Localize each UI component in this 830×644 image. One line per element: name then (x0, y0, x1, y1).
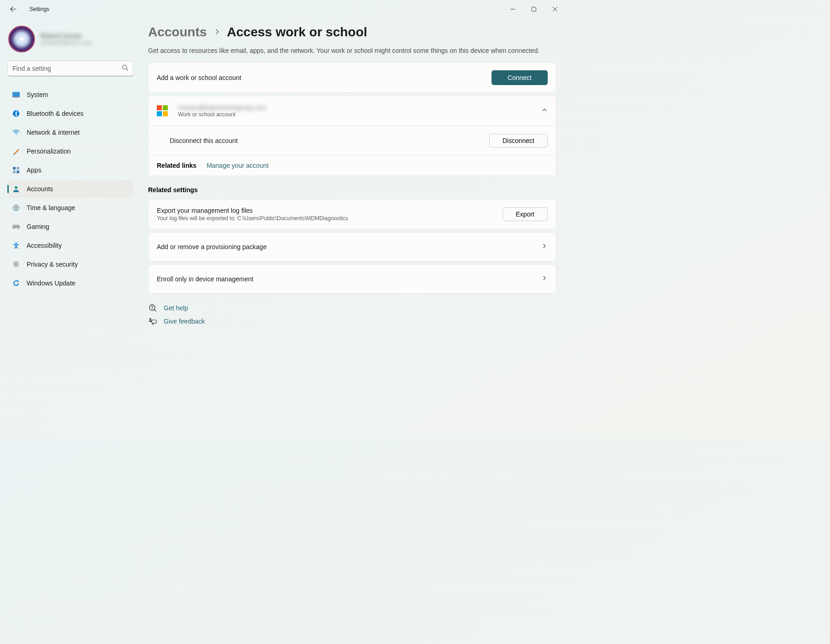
export-card: Export your management log files Your lo… (148, 199, 556, 229)
arrow-left-icon (10, 6, 17, 13)
nav-label: Time & language (27, 204, 75, 211)
get-help-link[interactable]: ? Get help (148, 304, 556, 312)
globe-icon (12, 204, 20, 212)
give-feedback-link[interactable]: Give feedback (148, 318, 556, 325)
page-title: Access work or school (227, 25, 367, 40)
update-icon (12, 279, 20, 287)
connect-button[interactable]: Connect (492, 70, 548, 85)
back-button[interactable] (8, 4, 18, 14)
svg-rect-2 (12, 92, 20, 97)
sidebar-item-personalization[interactable]: Personalization (7, 142, 133, 160)
maximize-button[interactable] (523, 0, 544, 18)
nav-label: Network & internet (27, 129, 80, 136)
sidebar-item-update[interactable]: Windows Update (7, 274, 133, 292)
minimize-button[interactable] (502, 0, 523, 18)
svg-text:?: ? (151, 305, 154, 310)
profile-block[interactable]: Robert Inman rinman01@msn.com (7, 23, 138, 61)
avatar (8, 26, 35, 52)
nav-label: Gaming (27, 223, 49, 230)
svg-rect-7 (17, 167, 19, 170)
nav-label: System (27, 91, 48, 98)
disconnect-button[interactable]: Disconnect (489, 134, 548, 148)
person-icon (12, 185, 20, 193)
search-icon (122, 64, 128, 73)
connected-account-card: rinman@kepnertechgroup.com Work or schoo… (148, 96, 556, 176)
account-type: Work or school account (178, 111, 541, 118)
svg-point-16 (149, 318, 151, 320)
nav-label: Accessibility (27, 242, 62, 249)
system-icon (12, 91, 20, 99)
sidebar-item-accessibility[interactable]: Accessibility (7, 237, 133, 254)
account-header-row[interactable]: rinman@kepnertechgroup.com Work or schoo… (149, 96, 556, 125)
apps-icon (12, 166, 20, 174)
wifi-icon (12, 128, 20, 137)
related-links-row: Related links Manage your account (149, 155, 556, 176)
svg-rect-6 (13, 167, 16, 170)
chevron-right-icon (541, 275, 548, 283)
svg-point-13 (15, 242, 17, 244)
sidebar-item-system[interactable]: System (7, 86, 133, 103)
related-links-label: Related links (157, 162, 196, 169)
feedback-icon (148, 318, 157, 325)
provisioning-label: Add or remove a provisioning package (157, 243, 541, 251)
svg-point-1 (123, 65, 127, 69)
nav-label: Privacy & security (27, 261, 78, 268)
chevron-right-icon (214, 28, 220, 36)
nav-label: Apps (27, 166, 41, 174)
shield-icon (12, 260, 20, 268)
sidebar-item-accounts[interactable]: Accounts (7, 180, 133, 198)
nav-label: Personalization (27, 148, 71, 155)
nav-label: Bluetooth & devices (27, 110, 84, 117)
sidebar-item-apps[interactable]: Apps (7, 161, 133, 179)
disconnect-row: Disconnect this account Disconnect (149, 125, 556, 155)
window-title: Settings (29, 6, 49, 12)
export-subtitle: Your log files will be exported to: C:\U… (157, 215, 503, 222)
profile-email: rinman01@msn.com (40, 40, 92, 46)
sidebar-item-bluetooth[interactable]: Bluetooth & devices (7, 105, 133, 122)
chevron-right-icon (541, 243, 548, 251)
svg-rect-8 (13, 171, 16, 173)
give-feedback-label: Give feedback (164, 318, 205, 325)
sidebar-item-time[interactable]: Time & language (7, 199, 133, 217)
titlebar: Settings (0, 0, 566, 18)
svg-rect-0 (532, 7, 536, 11)
export-title: Export your management log files (157, 207, 503, 214)
close-icon (553, 7, 557, 11)
svg-rect-17 (152, 320, 156, 323)
disconnect-label: Disconnect this account (170, 137, 489, 144)
svg-rect-9 (17, 171, 19, 173)
breadcrumb: Accounts Access work or school (148, 25, 556, 40)
enroll-card[interactable]: Enroll only in device management (148, 264, 556, 294)
add-account-card: Add a work or school account Connect (148, 63, 556, 93)
sidebar-item-network[interactable]: Network & internet (7, 124, 133, 141)
nav-label: Windows Update (27, 279, 75, 287)
microsoft-logo-icon (157, 105, 168, 116)
account-email: rinman@kepnertechgroup.com (178, 104, 541, 111)
sidebar-item-gaming[interactable]: Gaming (7, 218, 133, 235)
profile-name: Robert Inman (40, 32, 92, 40)
enroll-label: Enroll only in device management (157, 275, 541, 283)
bluetooth-icon (12, 109, 20, 118)
svg-point-10 (15, 186, 17, 189)
chevron-up-icon (541, 107, 548, 115)
nav-label: Accounts (27, 185, 53, 193)
svg-point-5 (16, 134, 17, 135)
nav-list: System Bluetooth & devices Network & int… (7, 85, 138, 293)
export-button[interactable]: Export (503, 207, 548, 221)
minimize-icon (510, 7, 515, 11)
sidebar: Robert Inman rinman01@msn.com System Blu… (0, 18, 138, 439)
content-area: Accounts Access work or school Get acces… (138, 18, 566, 439)
search-input[interactable] (12, 65, 122, 72)
add-account-label: Add a work or school account (157, 74, 492, 81)
search-box[interactable] (7, 61, 133, 76)
close-button[interactable] (544, 0, 566, 18)
accessibility-icon (12, 241, 20, 250)
gamepad-icon (12, 222, 20, 231)
breadcrumb-parent[interactable]: Accounts (148, 25, 207, 40)
page-description: Get access to resources like email, apps… (148, 47, 556, 54)
manage-account-link[interactable]: Manage your account (206, 162, 269, 169)
related-settings-heading: Related settings (148, 186, 556, 194)
provisioning-card[interactable]: Add or remove a provisioning package (148, 232, 556, 262)
svg-point-12 (15, 207, 17, 209)
sidebar-item-privacy[interactable]: Privacy & security (7, 256, 133, 273)
